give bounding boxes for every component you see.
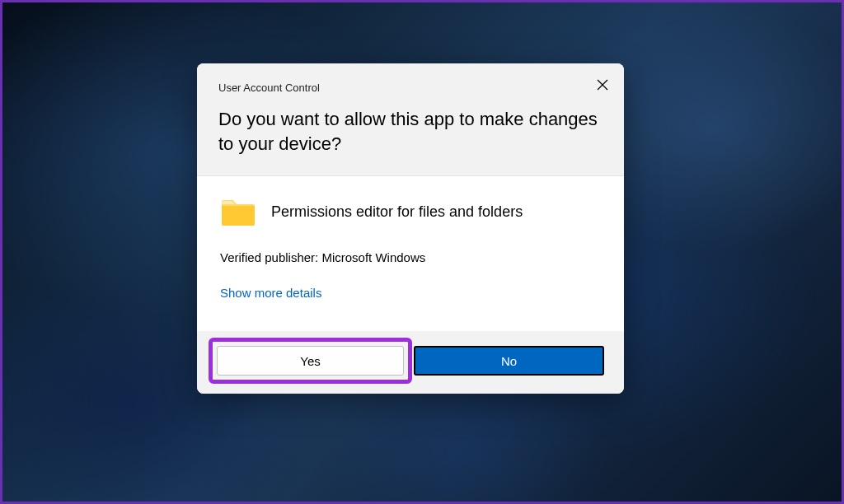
dialog-question: Do you want to allow this app to make ch… [218, 107, 603, 156]
yes-button[interactable]: Yes [217, 346, 404, 376]
dialog-header: User Account Control Do you want to allo… [197, 63, 624, 176]
app-info-row: Permissions editor for files and folders [220, 196, 601, 227]
uac-dialog: User Account Control Do you want to allo… [197, 63, 624, 394]
no-button[interactable]: No [414, 346, 604, 376]
publisher-line: Verified publisher: Microsoft Windows [220, 250, 601, 264]
dialog-body: Permissions editor for files and folders… [197, 176, 624, 331]
app-name: Permissions editor for files and folders [271, 203, 523, 221]
folder-icon [220, 196, 256, 227]
show-more-details-link[interactable]: Show more details [220, 286, 321, 300]
close-icon [597, 79, 608, 91]
button-row: Yes No [197, 331, 624, 394]
close-button[interactable] [593, 75, 612, 95]
dialog-title: User Account Control [218, 82, 603, 94]
